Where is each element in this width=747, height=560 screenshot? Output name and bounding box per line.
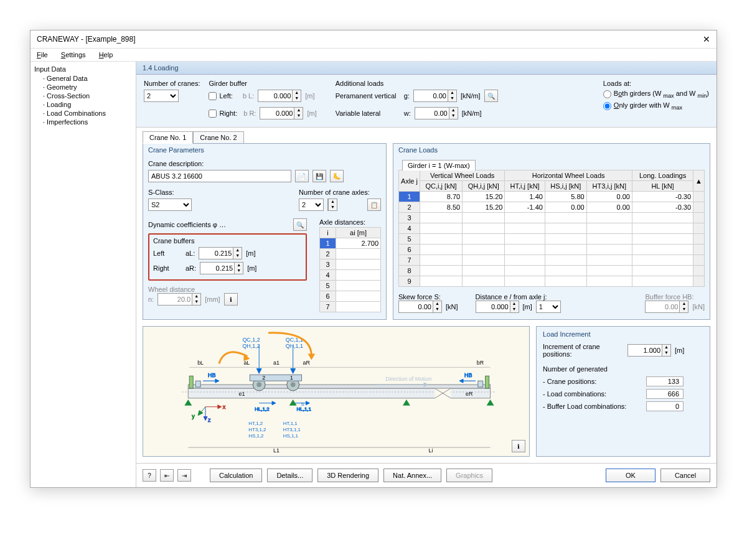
skew-input[interactable]	[399, 301, 433, 312]
crane-loads-grid[interactable]: Axle jVertical Wheel LoadsHorizontal Whe…	[398, 170, 705, 287]
svg-text:e1: e1	[239, 391, 245, 397]
tab-crane-1[interactable]: Crane No. 1	[143, 131, 193, 144]
sidebar-item-loading[interactable]: · Loading	[34, 100, 132, 109]
svg-text:HT3,1,2: HT3,1,2	[248, 427, 266, 432]
svg-text:QC,1,2: QC,1,2	[242, 337, 260, 343]
help-icon[interactable]: ?	[143, 469, 156, 482]
info-icon[interactable]: ℹ	[224, 293, 238, 306]
nat-annex-button[interactable]: Nat. Annex...	[383, 469, 441, 482]
diagram-panel: 21 HB HB QC,1,2 QH,1,2 QC,1,1 QH,1,1	[143, 326, 530, 457]
svg-text:HS,1,2: HS,1,2	[248, 433, 263, 439]
svg-rect-6	[189, 376, 193, 388]
loads-only-radio[interactable]	[603, 102, 611, 110]
sidebar-item-general-data[interactable]: · General Data	[34, 74, 132, 83]
svg-text:HL,1,2: HL,1,2	[255, 406, 269, 412]
menu-file[interactable]: File	[37, 51, 48, 58]
svg-text:QH,1,2: QH,1,2	[242, 343, 260, 349]
sidebar: Input Data · General Data· Geometry· Cro…	[31, 62, 136, 487]
loads-both-radio[interactable]	[603, 90, 611, 98]
save-icon[interactable]: 💾	[312, 170, 326, 182]
menu-settings[interactable]: Settings	[61, 51, 86, 58]
sidebar-item-imperfections[interactable]: · Imperfections	[34, 118, 132, 126]
svg-rect-7	[195, 381, 200, 387]
crane-buffer-left-input[interactable]	[199, 248, 233, 259]
sidebar-root[interactable]: Input Data	[34, 64, 132, 74]
svg-rect-8	[486, 376, 489, 388]
svg-marker-56	[218, 405, 222, 409]
svg-rect-14	[250, 375, 301, 381]
svg-text:aL: aL	[243, 360, 250, 366]
crane-tabs: Crane No. 1 Crane No. 2	[136, 128, 716, 143]
bR-input[interactable]	[260, 108, 294, 119]
crane-buffers-highlight: Crane buffers LeftaL:▲▼[m] RightaR:▲▼[m]	[148, 233, 307, 281]
svg-text:z: z	[208, 417, 211, 423]
svg-rect-9	[478, 381, 483, 387]
wheel-dist-input[interactable]	[158, 294, 192, 305]
svg-marker-26	[291, 368, 296, 373]
load-increment-panel: Load Increment Increment of crane positi…	[536, 326, 710, 457]
axles-edit-icon[interactable]: 📋	[367, 198, 381, 211]
menu-help[interactable]: Help	[99, 51, 113, 58]
svg-marker-54	[487, 399, 494, 406]
crane-desc-input[interactable]	[148, 170, 291, 182]
svg-text:x: x	[223, 404, 226, 410]
sclass-select[interactable]: S2	[148, 198, 192, 211]
next-page-icon[interactable]: ⇥	[177, 469, 191, 482]
details-button[interactable]: Details...	[267, 469, 312, 482]
girder-left-check[interactable]	[209, 92, 217, 100]
cranes-label: Number of cranes:	[144, 80, 200, 87]
library-icon[interactable]: 📄	[295, 170, 309, 182]
ok-button[interactable]: OK	[606, 469, 655, 482]
perm-vertical-input[interactable]	[414, 90, 448, 101]
svg-text:S: S	[301, 401, 304, 407]
svg-text:2: 2	[262, 375, 265, 381]
axle-dist-grid[interactable]: iai [m]12.700234567	[319, 227, 381, 312]
svg-marker-24	[256, 368, 261, 373]
buffer-force-input[interactable]	[646, 301, 679, 312]
bL-input[interactable]	[258, 90, 292, 101]
page-title: 1.4 Loading	[136, 62, 716, 75]
svg-rect-5	[188, 385, 490, 388]
prev-page-icon[interactable]: ⇤	[160, 469, 174, 482]
cranes-select[interactable]: 2	[144, 90, 179, 102]
menubar: File Settings Help	[31, 49, 716, 62]
axle-j-select[interactable]: 1	[536, 301, 561, 313]
footer: ? ⇤ ⇥ Calculation Details... 3D Renderin…	[136, 463, 716, 487]
dyn-coef-icon[interactable]: 🔍	[293, 218, 307, 231]
close-icon[interactable]: ✕	[703, 34, 710, 44]
crane-buffer-right-input[interactable]	[200, 263, 234, 274]
svg-text:aR: aR	[303, 360, 311, 366]
pick-icon[interactable]: 🔍	[484, 90, 498, 102]
sidebar-item-geometry[interactable]: · Geometry	[34, 83, 132, 91]
var-lateral-input[interactable]	[415, 108, 449, 119]
svg-text:HL,1,1: HL,1,1	[297, 406, 312, 412]
svg-text:Direction of Motion: Direction of Motion	[385, 376, 431, 382]
increment-input[interactable]	[628, 345, 662, 356]
svg-text:bL: bL	[197, 360, 204, 366]
svg-text:L1: L1	[273, 447, 280, 454]
svg-text:HB: HB	[208, 372, 215, 378]
calculation-button[interactable]: Calculation	[210, 469, 262, 482]
svg-marker-53	[403, 399, 410, 406]
svg-marker-21	[459, 379, 463, 383]
tab-crane-2[interactable]: Crane No. 2	[193, 131, 243, 143]
dist-e-input[interactable]	[476, 301, 510, 312]
3d-render-button[interactable]: 3D Rendering	[317, 469, 378, 482]
svg-marker-51	[184, 399, 192, 406]
girder-subtab[interactable]: Girder i = 1 (W-max)	[402, 160, 476, 170]
svg-text:HS,1,1: HS,1,1	[283, 433, 299, 439]
crane-positions-value: 133	[646, 376, 684, 386]
svg-text:Li: Li	[429, 447, 433, 454]
axles-select[interactable]: 2	[299, 198, 324, 211]
svg-marker-43	[306, 401, 309, 405]
girder-right-check[interactable]	[209, 110, 217, 118]
delete-icon[interactable]: 🦶	[330, 170, 344, 182]
sidebar-item-load-combinations[interactable]: · Load Combinations	[34, 109, 132, 118]
svg-marker-18	[215, 379, 219, 383]
sidebar-item-cross-section[interactable]: · Cross-Section	[34, 91, 132, 100]
diagram-info-icon[interactable]: ℹ	[512, 440, 525, 452]
crane-parameters-panel: Crane Parameters Crane description: 📄 💾 …	[143, 143, 387, 320]
svg-marker-40	[272, 401, 276, 405]
buffer-combinations-value: 0	[646, 401, 684, 411]
cancel-button[interactable]: Cancel	[660, 469, 710, 482]
